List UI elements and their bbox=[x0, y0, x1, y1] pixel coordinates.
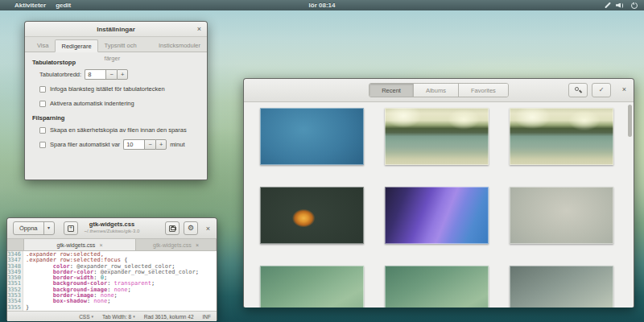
language-selector[interactable]: CSS▾ bbox=[79, 314, 93, 320]
photo-thumbnail[interactable] bbox=[510, 108, 613, 165]
photo-thumbnail[interactable] bbox=[510, 266, 613, 308]
insert-mode-indicator: INF bbox=[203, 314, 211, 320]
section-heading-file-saving: Filsparning bbox=[32, 114, 200, 122]
open-dropdown-button[interactable]: ▾ bbox=[43, 222, 54, 234]
prefs-tab-bar: Visa Redigerare Typsnitt och färger Inst… bbox=[25, 37, 207, 52]
tab-label: gtk-widgets.css bbox=[153, 242, 192, 248]
desktop: Aktiviteter gedit lör 08:14 Recent Album… bbox=[0, 0, 644, 322]
new-tab-button[interactable] bbox=[64, 221, 78, 235]
checkbox-create-backup-label: Skapa en säkerhetskopia av filen innan d… bbox=[50, 126, 187, 134]
code-editor-area[interactable]: 3346334733483349335033513352335333543355… bbox=[7, 251, 217, 311]
menu-button[interactable]: ⚙ bbox=[184, 221, 198, 235]
select-button[interactable]: ✓ bbox=[592, 83, 611, 97]
autosave-label: Spara filer automatiskt var bbox=[50, 141, 120, 148]
checkbox-auto-indent-label: Aktivera automatisk indentering bbox=[50, 100, 134, 107]
autosave-suffix: minut bbox=[170, 141, 184, 148]
top-bar: Aktiviteter gedit lör 08:14 bbox=[0, 0, 644, 10]
check-icon: ✓ bbox=[599, 87, 605, 93]
save-icon bbox=[169, 225, 175, 232]
photos-window: Recent Albums Favorites ✓ × bbox=[243, 78, 634, 308]
prefs-tab-typsnitt[interactable]: Typsnitt och färger bbox=[98, 39, 152, 52]
photos-view-switcher: Recent Albums Favorites bbox=[369, 83, 509, 97]
autosave-decrement-button[interactable]: − bbox=[144, 139, 155, 150]
tab-width-spinner: 8 − + bbox=[85, 69, 128, 80]
chevron-down-icon: ▾ bbox=[47, 225, 50, 230]
checkbox-insert-spaces[interactable] bbox=[39, 86, 46, 93]
checkbox-autosave[interactable] bbox=[39, 142, 46, 148]
tab-close-icon[interactable]: × bbox=[196, 242, 199, 248]
volume-icon[interactable] bbox=[616, 2, 624, 9]
document-tab-inactive[interactable]: gtk-widgets.css × bbox=[136, 239, 217, 250]
document-title: gtk-widgets.css bbox=[85, 221, 140, 228]
photos-actions: ✓ bbox=[568, 83, 611, 97]
tab-width-decrement-button[interactable]: − bbox=[105, 69, 117, 80]
chevron-down-icon: ▾ bbox=[92, 314, 94, 319]
photo-thumbnail[interactable] bbox=[385, 108, 489, 165]
photo-thumbnail[interactable] bbox=[260, 266, 364, 308]
open-split-button: Öppna ▾ bbox=[13, 221, 55, 235]
prefs-tab-visa[interactable]: Visa bbox=[31, 39, 55, 52]
tab-width-selector[interactable]: Tab Width: 8▾ bbox=[102, 314, 135, 320]
prefs-tab-redigerare[interactable]: Redigerare bbox=[55, 39, 97, 52]
gear-icon: ⚙ bbox=[188, 225, 194, 232]
prefs-editor-page: Tabulatorstopp Tabulatorbredd: 8 − + Inf… bbox=[25, 52, 207, 158]
checkbox-create-backup[interactable] bbox=[39, 127, 46, 134]
tab-width-label: Tabulatorbredd: bbox=[39, 71, 81, 78]
clock[interactable]: lör 08:14 bbox=[304, 2, 341, 9]
gedit-title-block: gtk-widgets.css ~/.themes/Zukitwo/gtk-3.… bbox=[85, 221, 140, 234]
code-line: box-shadow: none; bbox=[26, 299, 217, 304]
photos-toolbar: Recent Albums Favorites ✓ × bbox=[244, 79, 634, 102]
code-line: } bbox=[26, 305, 217, 311]
photo-thumbnail[interactable] bbox=[385, 187, 489, 244]
system-status-area[interactable] bbox=[607, 0, 638, 10]
gedit-window: Öppna ▾ gtk-widgets.css ~/.themes/Zukitw… bbox=[6, 217, 217, 320]
new-tab-icon bbox=[68, 225, 74, 232]
tab-close-icon[interactable]: × bbox=[99, 242, 102, 248]
photo-thumbnail[interactable] bbox=[260, 187, 364, 244]
autosave-interval-entry[interactable]: 10 bbox=[123, 139, 144, 150]
photos-close-button[interactable]: × bbox=[622, 86, 626, 93]
autosave-interval-spinner: 10 − + bbox=[123, 139, 167, 150]
input-pen-icon[interactable] bbox=[605, 2, 611, 9]
autosave-increment-button[interactable]: + bbox=[155, 139, 167, 150]
gedit-close-button[interactable]: × bbox=[206, 225, 210, 233]
photo-thumbnail[interactable] bbox=[385, 266, 489, 308]
search-button[interactable] bbox=[568, 83, 588, 97]
chevron-down-icon: ▾ bbox=[133, 314, 135, 319]
checkbox-auto-indent[interactable] bbox=[39, 101, 46, 107]
gedit-statusbar: CSS▾ Tab Width: 8▾ Rad 3615, kolumn 42 I… bbox=[7, 311, 217, 321]
photos-grid bbox=[244, 102, 634, 308]
power-icon[interactable] bbox=[631, 2, 638, 9]
checkbox-insert-spaces-label: Infoga blanksteg istället för tabulatort… bbox=[50, 85, 165, 93]
cursor-position: Rad 3615, kolumn 42 bbox=[144, 314, 194, 320]
tab-favorites[interactable]: Favorites bbox=[459, 84, 508, 97]
document-path: ~/.themes/Zukitwo/gtk-3.0 bbox=[85, 228, 140, 234]
tab-albums[interactable]: Albums bbox=[414, 84, 459, 97]
scrollbar-thumb[interactable] bbox=[628, 105, 632, 137]
tab-recent[interactable]: Recent bbox=[369, 84, 414, 97]
tab-label: gtk-widgets.css bbox=[57, 242, 96, 248]
gedit-preferences-dialog: Inställningar × Visa Redigerare Typsnitt… bbox=[24, 21, 208, 180]
tab-width-increment-button[interactable]: + bbox=[117, 69, 128, 80]
line-numbers: 3346334733483349335033513352335333543355 bbox=[7, 251, 23, 311]
save-button[interactable] bbox=[165, 221, 180, 235]
prefs-tab-insticksmoduler[interactable]: Insticksmoduler bbox=[152, 39, 207, 52]
open-button[interactable]: Öppna bbox=[14, 222, 43, 234]
search-icon bbox=[575, 87, 582, 94]
gedit-headerbar: Öppna ▾ gtk-widgets.css ~/.themes/Zukitw… bbox=[7, 218, 217, 239]
app-menu-gedit[interactable]: gedit bbox=[51, 2, 76, 9]
photo-thumbnail[interactable] bbox=[260, 108, 364, 165]
line-number: 3355 bbox=[7, 305, 21, 311]
gedit-tab-bar: gtk-widgets.css × gtk-widgets.css × bbox=[7, 239, 217, 251]
prefs-close-button[interactable]: × bbox=[197, 26, 201, 33]
photo-thumbnail[interactable] bbox=[510, 187, 613, 244]
dialog-title: Inställningar bbox=[97, 26, 135, 33]
tab-width-entry[interactable]: 8 bbox=[85, 69, 105, 80]
code-lines: .expander row:selected,.expander row:sel… bbox=[23, 251, 217, 311]
prefs-titlebar: Inställningar × bbox=[25, 22, 207, 37]
activities-button[interactable]: Aktiviteter bbox=[10, 2, 51, 9]
document-tab-active[interactable]: gtk-widgets.css × bbox=[23, 239, 136, 250]
